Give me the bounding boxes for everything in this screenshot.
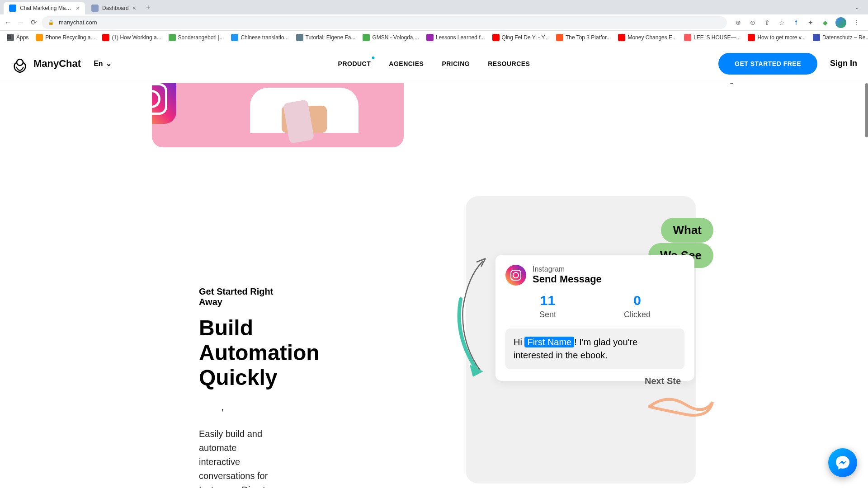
bookmark-item[interactable]: Phone Recycling a... [33,33,97,42]
toolbar-icons: ⊕ ⊙ ⇧ ☆ f ✦ ◆ ⋮ [731,17,864,28]
main-nav: PRODUCT AGENCIES PRICING RESOURCES [338,60,530,67]
content-text: Get Started Right Away Build Automation … [27,214,280,488]
tab-inactive[interactable]: Dashboard × [86,2,142,14]
stat-value: 0 [624,293,651,308]
scrollbar-thumb[interactable] [865,83,868,137]
menu-icon[interactable]: ⋮ [853,19,861,27]
extension-icon[interactable]: ◆ [821,19,829,27]
variable-token: First Name [524,337,574,347]
apps-bookmark[interactable]: ⊞Apps [5,33,31,42]
content-section: Get Started Right Away Build Automation … [0,214,868,488]
language-selector[interactable]: En ⌄ [94,59,111,68]
search-icon[interactable]: ⊙ [749,19,757,27]
eyebrow-text: Get Started Right Away [199,286,280,307]
instagram-icon [505,265,526,286]
manychat-logo-icon [11,54,29,73]
page-content: Messenger Get Started Right Away Build A… [0,83,868,488]
profile-avatar[interactable] [835,17,846,28]
url-field[interactable]: 🔒 manychat.com [42,16,727,29]
instagram-icon [152,83,176,124]
bookmark-item[interactable]: Lessons Learned f... [424,33,487,42]
translate-icon[interactable]: ⊕ [734,19,742,27]
stat-value: 11 [539,293,556,308]
tab-favicon [91,5,99,12]
url-text: manychat.com [59,19,97,26]
messenger-icon [835,455,851,471]
text-cursor: ‚ [222,404,223,412]
stats-row: 11 Sent 0 Clicked [505,293,684,319]
bookmark-item[interactable]: (1) How Working a... [100,33,163,42]
stat-label: Sent [539,310,556,319]
tab-active[interactable]: Chat Marketing Made Easy wi × [4,2,85,14]
nav-agencies[interactable]: AGENCIES [389,60,424,67]
sign-in-link[interactable]: Sign In [830,59,857,68]
window-controls: ⌄ [854,4,864,10]
get-started-button[interactable]: GET STARTED FREE [718,53,817,75]
action-label: Send Message [533,273,602,285]
chevron-down-icon: ⌄ [106,59,112,68]
chevron-down-icon[interactable]: ⌄ [854,4,859,10]
tab-title: Chat Marketing Made Easy wi [20,5,72,11]
brand-logo[interactable]: ManyChat [11,54,81,73]
section-headline: Build Automation Quickly‚ [199,315,280,415]
next-step-label: Next Ste [645,376,681,386]
bookmark-icon[interactable]: ☆ [778,19,786,27]
platform-label: Instagram [533,265,602,273]
header-actions: GET STARTED FREE Sign In [718,53,857,75]
nav-product[interactable]: PRODUCT [338,60,371,67]
tab-bar: Chat Marketing Made Easy wi × Dashboard … [0,0,868,14]
nav-resources[interactable]: RESOURCES [488,60,530,67]
section-body: Easily build and automate interactive co… [199,427,280,488]
extension-icon[interactable]: ✦ [807,19,815,27]
stat-label: Clicked [624,310,651,319]
bookmark-item[interactable]: Sonderangebot! |... [166,33,226,42]
close-icon[interactable]: × [132,5,136,12]
language-label: En [94,60,103,68]
bookmark-item[interactable]: Datenschutz – Re... [811,33,868,42]
bookmark-item[interactable]: GMSN - Vologda,... [360,33,421,42]
chat-bubble: What [661,218,713,243]
back-button[interactable]: ← [4,18,13,27]
browser-chrome: Chat Marketing Made Easy wi × Dashboard … [0,0,868,44]
bookmark-item[interactable]: LEE 'S HOUSE—... [682,33,743,42]
brand-name: ManyChat [33,58,81,70]
facebook-icon[interactable]: f [792,19,800,27]
card-header: Instagram Send Message [505,265,684,286]
flow-arrow-icon [440,254,495,380]
new-tab-button[interactable]: + [146,3,150,11]
svg-point-0 [17,59,23,66]
hero-text-remnant: Messenger [701,83,741,84]
person-image [241,83,368,146]
message-preview: Hi First Name! I'm glad you're intereste… [505,328,684,369]
lock-icon: 🔒 [48,19,54,25]
bookmark-item[interactable]: The Top 3 Platfor... [554,33,613,42]
message-card: Instagram Send Message 11 Sent 0 Clicked… [495,255,694,381]
illustration-panel: What We See Instagram Send Message 11 Se… [466,196,696,483]
bookmarks-bar: ⊞Apps Phone Recycling a... (1) How Worki… [0,31,868,44]
address-bar: ← → ⟳ 🔒 manychat.com ⊕ ⊙ ⇧ ☆ f ✦ ◆ ⋮ [0,14,868,31]
share-icon[interactable]: ⇧ [763,19,771,27]
bookmark-item[interactable]: How to get more v... [745,33,807,42]
bookmark-item[interactable]: Qing Fei De Yi - Y... [490,33,551,42]
nav-pricing[interactable]: PRICING [442,60,470,67]
site-header: ManyChat En ⌄ PRODUCT AGENCIES PRICING R… [0,44,868,83]
forward-button[interactable]: → [16,18,25,27]
close-icon[interactable]: × [76,5,80,12]
reload-button[interactable]: ⟳ [29,18,38,27]
messenger-fab[interactable] [828,448,857,477]
hero-image [152,83,404,147]
bookmark-item[interactable]: Tutorial: Eigene Fa... [294,33,358,42]
bookmark-item[interactable]: Chinese translatio... [229,33,291,42]
scribble-accent-icon [645,389,717,429]
tab-favicon [9,5,16,12]
tab-title: Dashboard [102,5,129,11]
bookmark-item[interactable]: Money Changes E... [616,33,679,42]
